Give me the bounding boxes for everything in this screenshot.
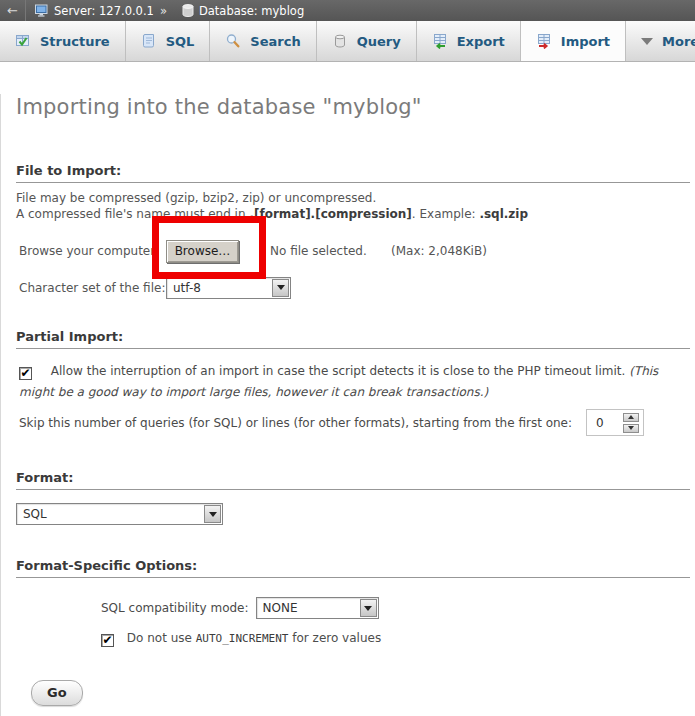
file-hint-line2-mid: . Example:: [412, 207, 480, 221]
tab-bar: Structure SQL Search Query: [0, 21, 695, 62]
browse-label: Browse your computer:: [16, 244, 166, 258]
tab-sql[interactable]: SQL: [126, 21, 211, 61]
zero-values-text-prefix: Do not use: [127, 631, 196, 645]
format-selected-value: SQL: [17, 507, 47, 521]
file-hint-text: File may be compressed (gzip, bzip2, zip…: [16, 190, 690, 222]
file-hint-format-pattern: .[format].[compression]: [249, 207, 411, 221]
file-hint-line1: File may be compressed (gzip, bzip2, zip…: [16, 191, 376, 205]
main-content: Importing into the database "myblog" Fil…: [0, 94, 695, 716]
tab-label: Export: [457, 34, 505, 49]
charset-label: Character set of the file:: [16, 281, 166, 295]
breadcrumb: ← Server: 127.0.0.1 » Database: myblog: [0, 0, 695, 21]
sql-compatibility-select[interactable]: NONE: [256, 597, 379, 619]
allow-interrupt-text: Allow the interruption of an import in c…: [51, 364, 629, 378]
tab-import[interactable]: Import: [521, 21, 626, 61]
import-icon: [536, 33, 552, 49]
allow-interrupt-checkbox[interactable]: ✔: [19, 367, 32, 380]
chevron-down-icon: [641, 38, 653, 45]
section-heading-file-to-import: File to Import:: [16, 163, 690, 183]
breadcrumb-database[interactable]: Database: myblog: [199, 4, 304, 18]
charset-selected-value: utf-8: [167, 281, 201, 295]
file-hint-example: .sql.zip: [479, 207, 528, 221]
query-icon: [332, 33, 348, 49]
format-select[interactable]: SQL: [16, 503, 223, 525]
database-icon: [182, 4, 194, 17]
sql-compatibility-row: SQL compatibility mode: NONE: [101, 596, 690, 620]
tab-search[interactable]: Search: [210, 21, 316, 61]
skip-queries-row: Skip this number of queries (for SQL) or…: [16, 409, 690, 436]
charset-select[interactable]: utf-8: [166, 277, 291, 299]
back-arrow-icon[interactable]: ←: [0, 0, 26, 21]
max-size-note: (Max: 2,048KiB): [391, 244, 487, 258]
go-button[interactable]: Go: [31, 680, 83, 706]
structure-icon: [15, 33, 31, 49]
stepper-up-button[interactable]: [623, 413, 639, 422]
section-heading-partial-import: Partial Import:: [16, 329, 690, 349]
tab-label: More: [662, 34, 695, 49]
stepper-down-button[interactable]: [623, 424, 639, 433]
tab-label: Structure: [40, 34, 110, 49]
zero-values-code: AUTO_INCREMENT: [196, 632, 289, 645]
tab-export[interactable]: Export: [417, 21, 521, 61]
zero-values-checkbox[interactable]: ✔: [101, 634, 114, 647]
browse-row: Browse your computer: Browse… No file se…: [16, 238, 690, 264]
section-heading-format-specific-options: Format-Specific Options:: [16, 558, 690, 578]
server-icon: [35, 4, 49, 17]
tab-structure[interactable]: Structure: [0, 21, 126, 61]
tab-label: Import: [561, 34, 610, 49]
sql-compatibility-selected-value: NONE: [257, 601, 298, 615]
charset-row: Character set of the file: utf-8: [16, 276, 690, 299]
export-icon: [432, 33, 448, 49]
no-file-selected-text: No file selected.: [270, 244, 367, 258]
skip-queries-value: 0: [591, 416, 604, 430]
zero-values-text-suffix: for zero values: [288, 631, 381, 645]
page-title: Importing into the database "myblog": [16, 94, 690, 121]
sql-icon: [141, 33, 157, 49]
sql-compatibility-label: SQL compatibility mode:: [101, 601, 249, 615]
section-heading-format: Format:: [16, 470, 690, 490]
skip-queries-stepper[interactable]: 0: [586, 409, 644, 436]
search-icon: [225, 33, 241, 49]
dropdown-arrow-icon[interactable]: [360, 599, 377, 617]
tab-label: Search: [250, 34, 300, 49]
tab-query[interactable]: Query: [317, 21, 417, 61]
skip-queries-label: Skip this number of queries (for SQL) or…: [19, 416, 572, 430]
tab-more[interactable]: More: [626, 21, 695, 61]
allow-interrupt-row: ✔ Allow the interruption of an import in…: [16, 361, 686, 403]
dropdown-arrow-icon[interactable]: [204, 505, 221, 523]
browse-button[interactable]: Browse…: [166, 240, 239, 263]
zero-values-row: ✔ Do not use AUTO_INCREMENT for zero val…: [101, 631, 690, 647]
file-hint-line2-prefix: A compressed file's name must end in: [16, 207, 249, 221]
format-row: SQL: [16, 503, 690, 525]
tab-label: Query: [357, 34, 401, 49]
dropdown-arrow-icon[interactable]: [272, 279, 289, 297]
tab-label: SQL: [166, 34, 195, 49]
breadcrumb-server[interactable]: Server: 127.0.0.1: [54, 4, 154, 18]
breadcrumb-separator: »: [160, 4, 167, 18]
